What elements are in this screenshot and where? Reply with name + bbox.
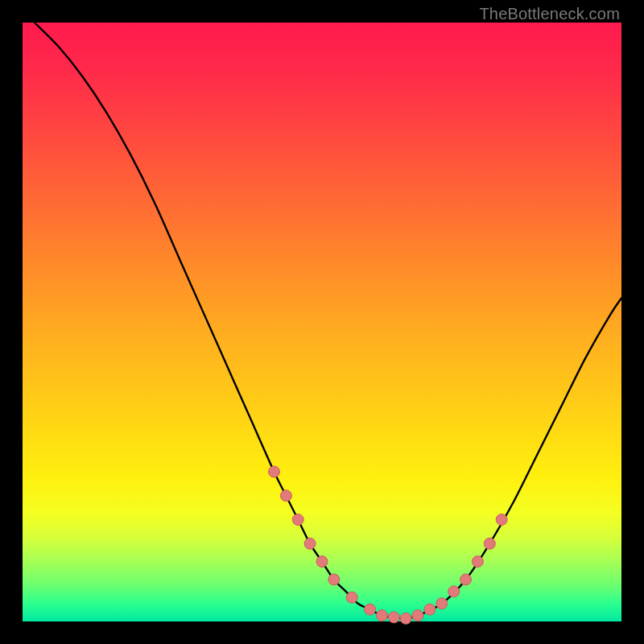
chart-stage: TheBottleneck.com — [0, 0, 644, 644]
bottleneck-marker — [292, 514, 303, 526]
bottleneck-marker — [412, 610, 423, 621]
bottleneck-marker — [484, 538, 495, 549]
bottleneck-markers-group — [269, 466, 508, 624]
bottleneck-marker — [376, 610, 387, 621]
bottleneck-marker — [436, 598, 448, 609]
bottleneck-curve-line — [35, 23, 621, 618]
bottleneck-marker — [400, 613, 411, 624]
bottleneck-marker — [365, 604, 376, 615]
bottleneck-marker — [328, 574, 340, 585]
watermark-text: TheBottleneck.com — [479, 5, 620, 23]
bottleneck-marker — [472, 556, 483, 568]
bottleneck-marker — [280, 490, 291, 502]
bottleneck-marker — [388, 612, 399, 623]
bottleneck-curve-svg — [23, 23, 621, 621]
bottleneck-marker — [424, 604, 436, 615]
bottleneck-marker — [346, 592, 357, 603]
bottleneck-marker — [304, 538, 316, 549]
bottleneck-marker — [496, 514, 507, 526]
bottleneck-marker — [460, 574, 472, 585]
bottleneck-marker — [269, 466, 280, 477]
bottleneck-marker — [316, 556, 328, 568]
bottleneck-marker — [448, 586, 460, 597]
